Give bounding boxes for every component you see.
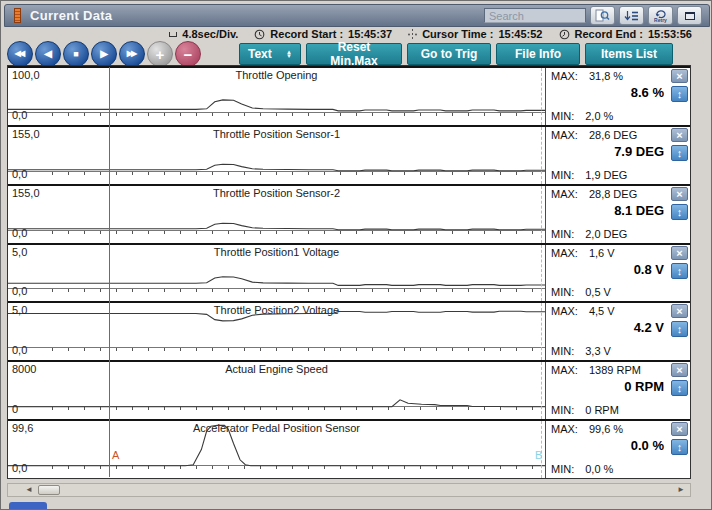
waveform-line bbox=[8, 421, 545, 478]
min-value: 0,0 % bbox=[585, 463, 613, 475]
cursor-b-line[interactable] bbox=[541, 127, 542, 184]
current-value: 4.2 V bbox=[634, 320, 664, 335]
channel-row: 155,0 Throttle Position Sensor-2 0,0 MAX… bbox=[8, 184, 690, 243]
waveform-plot[interactable]: 155,0 Throttle Position Sensor-2 0,0 bbox=[8, 186, 545, 243]
scale-min-label: 0,0 bbox=[12, 227, 27, 239]
reset-minmax-button[interactable]: Reset Min.Max bbox=[306, 43, 402, 65]
channel-stats-panel: MAX: 1389 RPM 0 RPM MIN: 0 RPM × ↕ bbox=[545, 362, 690, 419]
cursor-b-line[interactable] bbox=[541, 245, 542, 302]
zoom-in-button[interactable]: + bbox=[147, 41, 173, 67]
min-value: 0 RPM bbox=[585, 404, 619, 416]
min-label: MIN: bbox=[551, 404, 574, 416]
waveform-line bbox=[8, 68, 545, 125]
scale-updown-button[interactable]: ↕ bbox=[671, 145, 688, 161]
scale-updown-button[interactable]: ↕ bbox=[671, 263, 688, 279]
scale-max-label: 99,6 bbox=[12, 422, 33, 434]
cursor-b-line[interactable] bbox=[541, 68, 542, 125]
display-mode-select[interactable]: Text ▲▼ bbox=[239, 43, 301, 65]
close-channel-button[interactable]: × bbox=[671, 246, 688, 260]
time-per-div: 4.8sec/Div. bbox=[182, 28, 238, 40]
channel-row: 99,6 Accelerator Pedal Position Sensor 0… bbox=[8, 419, 690, 478]
scale-updown-button[interactable]: ↕ bbox=[671, 204, 688, 220]
toolbar: ◀◀ ◀ ■ ▶ ▶▶ + − Text ▲▼ Reset Min.Max Go… bbox=[7, 41, 697, 67]
cursor-b-label: B bbox=[535, 449, 542, 461]
scale-updown-button[interactable]: ↕ bbox=[671, 380, 688, 396]
current-data-window: Current Data bbox=[0, 0, 712, 510]
background-window-fragment bbox=[9, 502, 47, 509]
scale-updown-button[interactable]: ↕ bbox=[671, 321, 688, 337]
waveform-plot[interactable]: 100,0 Throttle Opening 0,0 bbox=[8, 68, 545, 125]
waveform-plot[interactable]: 155,0 Throttle Position Sensor-1 0,0 bbox=[8, 127, 545, 184]
channel-stats-panel: MAX: 31,8 % 8.6 % MIN: 2,0 % × ↕ bbox=[545, 68, 690, 125]
max-value: 28,6 DEG bbox=[589, 129, 637, 141]
zoom-out-button[interactable]: − bbox=[175, 41, 201, 67]
scale-min-label: 0,0 bbox=[12, 109, 27, 121]
channel-row: 5,0 Throttle Position2 Voltage 0,0 MAX: … bbox=[8, 301, 690, 360]
channel-stats-panel: MAX: 99,6 % 0.0 % MIN: 0,0 % × ↕ bbox=[545, 421, 690, 478]
maximize-icon bbox=[685, 12, 695, 20]
title-bar: Current Data bbox=[4, 4, 710, 27]
channel-stats-panel: MAX: 1,6 V 0.8 V MIN: 0,5 V × ↕ bbox=[545, 245, 690, 302]
step-back-button[interactable]: ◀ bbox=[35, 41, 61, 67]
stop-icon: ■ bbox=[73, 50, 78, 59]
search-input[interactable] bbox=[484, 8, 586, 23]
items-list-button[interactable]: Items List bbox=[585, 43, 673, 65]
waveform-plot[interactable]: 8000 Actual Engine Speed 0 bbox=[8, 362, 545, 419]
scale-updown-button[interactable]: ↕ bbox=[671, 86, 688, 102]
file-info-button[interactable]: File Info bbox=[496, 43, 580, 65]
step-back-icon: ◀ bbox=[44, 49, 52, 59]
waveform-line bbox=[8, 303, 545, 360]
waveform-plot[interactable]: 99,6 Accelerator Pedal Position Sensor 0… bbox=[8, 421, 545, 478]
max-value: 31,8 % bbox=[589, 70, 623, 82]
list-icon bbox=[624, 10, 639, 22]
close-channel-button[interactable]: × bbox=[671, 128, 688, 142]
record-info-bar: 4.8sec/Div. Record Start : 15:45:37 Curs… bbox=[4, 27, 710, 41]
scale-max-label: 5,0 bbox=[12, 246, 27, 258]
cursor-b-line[interactable] bbox=[541, 362, 542, 419]
horizontal-scrollbar[interactable]: ◄ ► bbox=[7, 483, 691, 497]
display-mode-label: Text bbox=[248, 47, 272, 61]
spinner-icon: ▲▼ bbox=[286, 50, 292, 58]
play-button[interactable]: ▶ bbox=[91, 41, 117, 67]
search-button[interactable] bbox=[590, 6, 615, 25]
scale-min-label: 0,0 bbox=[12, 344, 27, 356]
stop-button[interactable]: ■ bbox=[63, 41, 89, 67]
min-label: MIN: bbox=[551, 228, 574, 240]
record-start-label: Record Start : bbox=[270, 28, 343, 40]
close-channel-button[interactable]: × bbox=[671, 422, 688, 436]
cursor-a-line[interactable] bbox=[109, 67, 110, 477]
scrollbar-thumb[interactable] bbox=[38, 485, 60, 495]
item-list-button[interactable] bbox=[619, 6, 644, 25]
titlebar-controls: Retry bbox=[484, 6, 702, 25]
waveform-plot[interactable]: 5,0 Throttle Position1 Voltage 0,0 bbox=[8, 245, 545, 302]
go-to-trig-button[interactable]: Go to Trig bbox=[407, 43, 491, 65]
scroll-left-arrow[interactable]: ◄ bbox=[22, 484, 36, 496]
min-label: MIN: bbox=[551, 463, 574, 475]
channel-buttons: × ↕ bbox=[671, 304, 689, 337]
max-label: MAX: bbox=[551, 305, 578, 317]
min-label: MIN: bbox=[551, 169, 574, 181]
waveform-plot[interactable]: 5,0 Throttle Position2 Voltage 0,0 bbox=[8, 303, 545, 360]
scale-max-label: 100,0 bbox=[12, 69, 40, 81]
close-channel-button[interactable]: × bbox=[671, 363, 688, 377]
rewind-icon: ◀◀ bbox=[15, 50, 25, 58]
max-label: MAX: bbox=[551, 423, 578, 435]
scroll-right-arrow[interactable]: ► bbox=[674, 484, 688, 496]
close-channel-button[interactable]: × bbox=[671, 187, 688, 201]
rewind-button[interactable]: ◀◀ bbox=[7, 41, 33, 67]
scale-updown-button[interactable]: ↕ bbox=[671, 439, 688, 455]
plus-icon: + bbox=[156, 47, 165, 62]
close-channel-button[interactable]: × bbox=[671, 69, 688, 83]
channel-row: 5,0 Throttle Position1 Voltage 0,0 MAX: … bbox=[8, 243, 690, 302]
current-value: 8.1 DEG bbox=[614, 203, 664, 218]
retry-button[interactable]: Retry bbox=[648, 6, 673, 25]
min-label: MIN: bbox=[551, 110, 574, 122]
fast-forward-button[interactable]: ▶▶ bbox=[119, 41, 145, 67]
close-channel-button[interactable]: × bbox=[671, 304, 688, 318]
waveform-line bbox=[8, 362, 545, 419]
cursor-b-line[interactable] bbox=[541, 186, 542, 243]
maximize-button[interactable] bbox=[677, 6, 702, 25]
cursor-b-line[interactable] bbox=[541, 303, 542, 360]
current-value: 0.8 V bbox=[634, 262, 664, 277]
time-per-div-icon bbox=[169, 32, 177, 37]
